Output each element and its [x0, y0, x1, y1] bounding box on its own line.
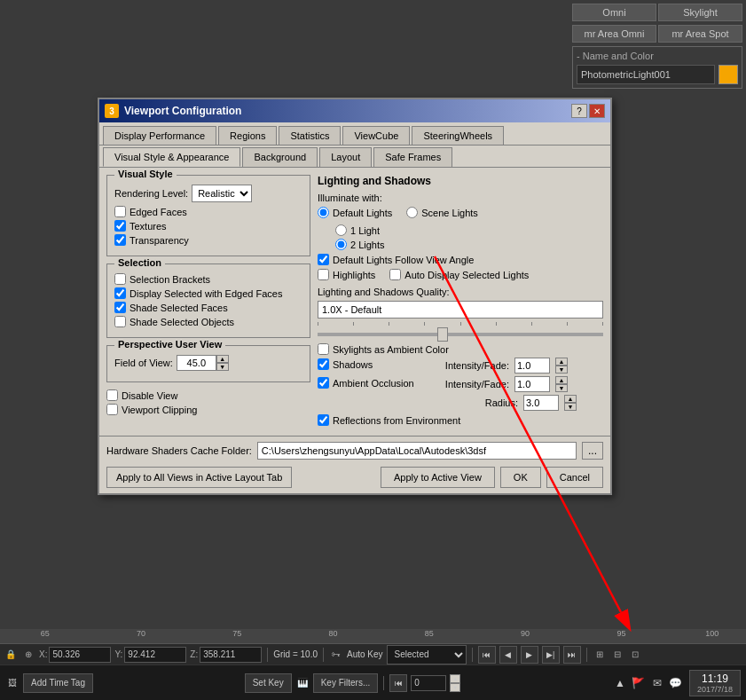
next-frame-button[interactable]: ▶| — [542, 646, 560, 664]
x-input[interactable] — [49, 647, 111, 663]
set-key-button[interactable]: Set Key — [245, 673, 292, 693]
z-input[interactable] — [200, 647, 262, 663]
shadows-row: Shadows Intensity/Fade: ▲ ▼ — [318, 358, 603, 374]
shade-objects-checkbox[interactable] — [114, 316, 126, 327]
selected-dropdown[interactable]: Selected — [387, 645, 467, 665]
tab-steeringwheels[interactable]: SteeringWheels — [412, 126, 504, 145]
radius-value-input[interactable] — [523, 395, 559, 411]
ao-value-input[interactable] — [514, 376, 550, 392]
add-time-tag-button[interactable]: Add Time Tag — [23, 673, 93, 693]
ok-button[interactable]: OK — [500, 467, 541, 488]
color-swatch[interactable] — [719, 65, 738, 84]
edged-faces-row: Edged Faces — [114, 206, 302, 217]
footer-buttons: Apply to Active View OK Cancel — [381, 467, 603, 488]
skylights-checkbox[interactable] — [318, 343, 329, 355]
transparency-label: Transparency — [130, 235, 189, 246]
name-input[interactable] — [577, 65, 715, 84]
frame-up[interactable]: ▲ — [450, 674, 460, 683]
one-light-radio[interactable] — [335, 224, 347, 236]
right-panel: Lighting and Shadows Illuminate with: De… — [318, 175, 603, 429]
ao-checkbox[interactable] — [318, 377, 329, 389]
play-button[interactable]: ▶ — [521, 646, 538, 664]
selection-brackets-checkbox[interactable] — [114, 273, 126, 285]
viewport-clipping-checkbox[interactable] — [106, 404, 118, 415]
dialog-close-button[interactable]: ✕ — [589, 104, 605, 118]
quality-slider[interactable] — [318, 322, 603, 336]
shadows-value-input[interactable] — [514, 358, 550, 374]
ao-down[interactable]: ▼ — [555, 384, 568, 392]
skip-end-button[interactable]: ⏭ — [563, 646, 581, 664]
auto-display-label: Auto Display Selected Lights — [404, 270, 529, 280]
shadows-down[interactable]: ▼ — [555, 366, 568, 374]
ao-intensity-label: Intensity/Fade: — [438, 379, 509, 389]
fov-label: Field of View: — [114, 358, 173, 368]
frame-down[interactable]: ▼ — [450, 683, 460, 692]
ao-up[interactable]: ▲ — [555, 376, 568, 384]
taskbar-skip-start[interactable]: ⏮ — [389, 674, 407, 692]
light-buttons-row: Omni Skylight — [572, 4, 742, 21]
shadows-checkbox[interactable] — [318, 358, 329, 370]
slider-thumb[interactable] — [437, 327, 448, 342]
y-input[interactable] — [124, 647, 186, 663]
transparency-checkbox[interactable] — [114, 234, 126, 246]
chevron-up-icon[interactable]: ▲ — [612, 675, 628, 691]
quality-input[interactable] — [318, 301, 603, 319]
apply-all-views-button[interactable]: Apply to All Views in Active Layout Tab — [106, 467, 292, 488]
default-lights-radio[interactable] — [318, 207, 329, 218]
scene-lights-radio[interactable] — [406, 207, 418, 218]
key-filters-button[interactable]: Key Filters... — [313, 673, 379, 693]
radius-down[interactable]: ▼ — [564, 403, 577, 411]
fov-down-arrow[interactable]: ▼ — [216, 363, 229, 371]
skip-start-button[interactable]: ⏮ — [478, 646, 496, 664]
viewport-clipping-row: Viewport Clipping — [106, 404, 310, 415]
cache-browse-button[interactable]: ... — [582, 442, 603, 460]
cache-input[interactable] — [257, 442, 577, 460]
shade-faces-checkbox[interactable] — [114, 302, 126, 313]
prev-frame-button[interactable]: ◀ — [499, 646, 517, 664]
apply-active-view-button[interactable]: Apply to Active View — [381, 467, 495, 488]
x-coord-group: X: — [39, 647, 111, 663]
disable-view-checkbox[interactable] — [106, 389, 118, 401]
tab-statistics[interactable]: Statistics — [279, 126, 341, 145]
add-tag-icon: 🖼 — [5, 676, 20, 690]
textures-checkbox[interactable] — [114, 220, 126, 232]
rendering-level-select[interactable]: Realistic — [192, 185, 252, 202]
clock-box: 11:19 2017/7/18 — [689, 670, 741, 696]
skylight-button[interactable]: Skylight — [658, 4, 742, 21]
reflections-label: Reflections from Environment — [333, 415, 460, 426]
edged-faces-label: Edged Faces — [130, 207, 187, 217]
frame-input[interactable] — [411, 675, 446, 691]
tab-background[interactable]: Background — [242, 147, 318, 167]
tab-safe-frames[interactable]: Safe Frames — [373, 147, 452, 167]
radius-up[interactable]: ▲ — [564, 395, 577, 403]
edged-faces-checkbox[interactable] — [114, 206, 126, 217]
fov-input[interactable] — [177, 355, 216, 371]
display-selected-edged-checkbox[interactable] — [114, 287, 126, 299]
tab-layout[interactable]: Layout — [319, 147, 372, 167]
two-lights-radio[interactable] — [335, 239, 347, 250]
dialog-help-button[interactable]: ? — [571, 104, 587, 118]
tab-visual-style[interactable]: Visual Style & Appearance — [103, 147, 240, 167]
shadows-up[interactable]: ▲ — [555, 358, 568, 366]
tabs-row-1: Display Performance Regions Statistics V… — [99, 122, 610, 146]
mr-area-spot-button[interactable]: mr Area Spot — [658, 25, 742, 43]
highlights-checkbox[interactable] — [318, 269, 329, 280]
omni-button[interactable]: Omni — [572, 4, 656, 21]
tab-viewcube[interactable]: ViewCube — [342, 126, 410, 145]
tab-display-performance[interactable]: Display Performance — [103, 126, 216, 145]
tab-regions[interactable]: Regions — [218, 126, 277, 145]
selection-brackets-row: Selection Brackets — [114, 273, 302, 285]
mail-icon[interactable]: ✉ — [649, 675, 665, 691]
dialog-icon: 3 — [105, 104, 119, 118]
mr-area-omni-button[interactable]: mr Area Omni — [572, 25, 656, 43]
auto-display-checkbox[interactable] — [389, 269, 401, 280]
disable-view-label: Disable View — [122, 390, 177, 401]
fov-up-arrow[interactable]: ▲ — [216, 355, 229, 363]
slider-track[interactable] — [318, 333, 603, 336]
follow-view-angle-checkbox[interactable] — [318, 254, 329, 265]
chat-icon[interactable]: 💬 — [668, 675, 684, 691]
cancel-button[interactable]: Cancel — [546, 467, 603, 488]
reflections-checkbox[interactable] — [318, 414, 329, 426]
selection-label: Selection — [114, 257, 165, 268]
tabs-row-2: Visual Style & Appearance Background Lay… — [99, 146, 610, 168]
